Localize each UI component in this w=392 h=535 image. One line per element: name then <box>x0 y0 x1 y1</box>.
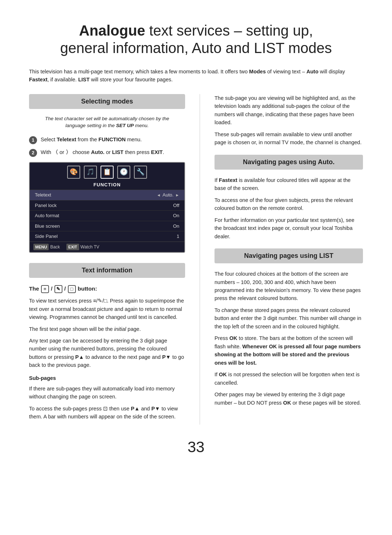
nav-list-para1: The four coloured choices at the bottom … <box>215 270 363 303</box>
title-bold: Analogue <box>79 23 145 38</box>
italic-note: The text character set will be automatic… <box>29 115 185 129</box>
tv-icon-clock: 🕐 <box>117 166 130 179</box>
tv-row-teletext: Teletext ◄ Auto. ► <box>30 190 184 200</box>
tv-row-autoformat: Auto format On <box>30 210 184 221</box>
nav-list-para4: If OK is not pressed the selection will … <box>215 370 363 387</box>
tv-row-panellock-value: Off <box>173 202 179 209</box>
text-information-section: Text information The ≡ / ✎ / □ button: T… <box>29 263 185 421</box>
tv-row-sidepanel: Side Panel 1 <box>30 231 184 242</box>
nav-auto-para3: For further information on your particul… <box>215 216 363 240</box>
tv-row-autoformat-value: On <box>173 212 179 219</box>
right-top-section: The sub-page you are viewing will be hig… <box>215 94 363 147</box>
page-title: Analogue text services – setting up, gen… <box>29 22 363 57</box>
subpages-para2: To access the sub-pages press ⊡ then use… <box>29 405 185 421</box>
tv-screen: 🎨 🎵 📋 🕐 🔧 FUNCTION Teletext ◄ Auto. ► Pa… <box>29 162 185 253</box>
tv-row-bluescreen-label: Blue screen <box>35 223 60 230</box>
title-normal: text services – setting up, <box>145 23 313 38</box>
tv-row-teletext-value: ◄ Auto. ► <box>157 191 179 199</box>
intro-paragraph: This television has a multi-page text me… <box>29 68 363 84</box>
step-2-text: With 〈 or 〉 choose Auto. or LIST then pr… <box>41 149 164 157</box>
tv-icon-paint: 🎨 <box>67 166 80 179</box>
text-information-header: Text information <box>29 263 185 278</box>
tv-row-autoformat-label: Auto format <box>35 212 59 219</box>
nav-list-section: The four coloured choices at the bottom … <box>215 270 363 407</box>
tv-footer: MENU Back EXIT Watch TV <box>30 242 184 252</box>
step-1-text: Select Teletext from the FUNCTION menu. <box>41 136 142 144</box>
tv-row-bluescreen-value: On <box>173 223 179 230</box>
subpages-para1: If there are sub-pages they will automat… <box>29 385 185 401</box>
tv-row-sidepanel-value: 1 <box>177 233 179 240</box>
step-2-row: 2 With 〈 or 〉 choose Auto. or LIST then … <box>29 149 185 157</box>
square-button-icon: □ <box>68 285 76 293</box>
text-info-para3: Any text page can be accessed by enterin… <box>29 337 185 369</box>
right-top-para1: The sub-page you are viewing will be hig… <box>215 94 363 127</box>
step-1-circle: 1 <box>29 136 37 144</box>
edit-button-icon: ✎ <box>54 285 62 293</box>
tv-footer-menu: MENU Back <box>33 244 60 251</box>
step-1-row: 1 Select Teletext from the FUNCTION menu… <box>29 136 185 144</box>
subpages-title: Sub-pages <box>29 374 185 382</box>
page-number: 33 <box>29 435 363 458</box>
tv-icon-list: 📋 <box>101 166 114 179</box>
title-line2: general information, Auto and LIST modes <box>60 40 332 56</box>
tv-icons-row: 🎨 🎵 📋 🕐 🔧 <box>30 163 184 180</box>
tv-icon-music: 🎵 <box>84 166 97 179</box>
nav-list-para5: Other pages may be viewed by entering th… <box>215 390 363 407</box>
text-info-para2: The first text page shown will be the in… <box>29 325 185 333</box>
right-column: The sub-page you are viewing will be hig… <box>215 94 363 425</box>
tv-row-sidepanel-label: Side Panel <box>35 233 58 240</box>
tv-menu-btn: MENU <box>33 244 49 251</box>
tv-back-label: Back <box>50 244 60 250</box>
nav-list-header: Navigating pages using LIST <box>215 248 363 263</box>
button-label: The ≡ / ✎ / □ button: <box>29 284 185 293</box>
right-top-para2: These sub-pages will remain available to… <box>215 130 363 147</box>
tv-watchtv-label: Watch TV <box>81 244 99 250</box>
menu-button-icon: ≡ <box>41 285 49 293</box>
column-divider <box>200 94 200 425</box>
tv-icon-wrench: 🔧 <box>134 166 147 179</box>
tv-row-panellock: Panel lock Off <box>30 200 184 211</box>
step-2-circle: 2 <box>29 149 37 157</box>
tv-row-teletext-label: Teletext <box>35 191 51 199</box>
left-column: Selecting modes The text character set w… <box>29 94 185 425</box>
tv-footer-exit: EXIT Watch TV <box>66 244 99 251</box>
selecting-modes-header: Selecting modes <box>29 94 185 109</box>
tv-exit-btn: EXIT <box>66 244 79 251</box>
nav-auto-para2: To access one of the four given subjects… <box>215 196 363 212</box>
tv-row-bluescreen: Blue screen On <box>30 221 184 231</box>
tv-row-panellock-label: Panel lock <box>35 202 57 209</box>
nav-auto-header: Navigating pages using Auto. <box>215 155 363 170</box>
nav-list-para3: Press OK to store. The bars at the botto… <box>215 334 363 367</box>
nav-auto-section: If Fastext is available four coloured ti… <box>215 176 363 240</box>
nav-auto-para1: If Fastext is available four coloured ti… <box>215 176 363 192</box>
text-info-para1: To view text services press ≡/✎/□. Press… <box>29 297 185 321</box>
nav-list-para2: To change these stored pages press the r… <box>215 306 363 331</box>
tv-function-label: FUNCTION <box>30 180 184 190</box>
